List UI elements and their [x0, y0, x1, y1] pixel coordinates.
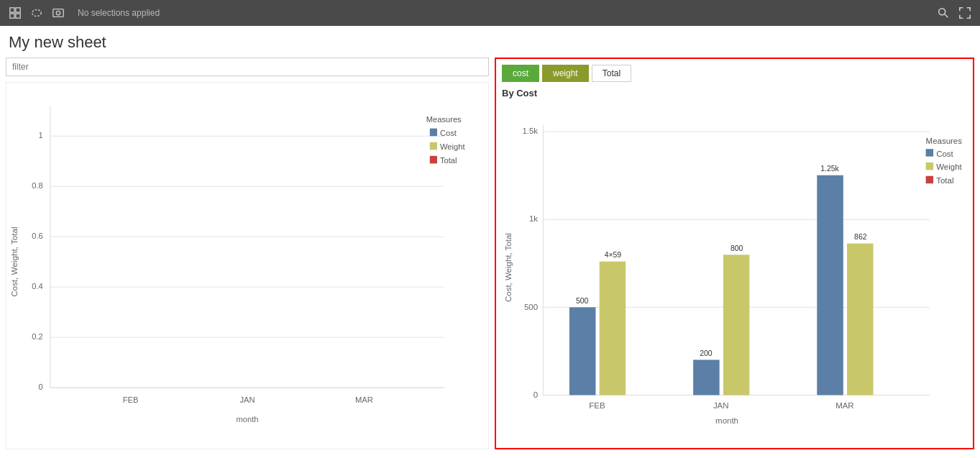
svg-rect-2 — [10, 14, 14, 18]
svg-text:JAN: JAN — [713, 401, 729, 410]
svg-text:Total: Total — [936, 176, 953, 185]
svg-text:1.25k: 1.25k — [820, 165, 839, 173]
lasso-icon[interactable] — [29, 5, 45, 21]
svg-text:Weight: Weight — [936, 162, 962, 171]
svg-text:500: 500 — [524, 303, 538, 311]
svg-text:Cost: Cost — [440, 129, 457, 137]
svg-text:Cost, Weight, Total: Cost, Weight, Total — [10, 227, 19, 297]
svg-text:month: month — [236, 415, 258, 423]
svg-text:4×59: 4×59 — [605, 252, 622, 260]
right-panel: cost weight Total By Cost 0 500 1k 1.5k — [495, 58, 974, 449]
svg-text:MAR: MAR — [355, 395, 373, 404]
toolbar-right — [935, 5, 973, 21]
svg-text:FEB: FEB — [589, 401, 605, 410]
svg-text:800: 800 — [731, 244, 743, 252]
jan-weight-bar[interactable] — [723, 255, 750, 395]
svg-text:1k: 1k — [529, 214, 538, 223]
svg-text:1: 1 — [39, 131, 43, 139]
svg-point-4 — [32, 10, 42, 17]
svg-point-6 — [56, 11, 60, 14]
svg-text:MAR: MAR — [835, 401, 854, 410]
mar-weight-bar[interactable] — [847, 244, 874, 395]
svg-rect-32 — [430, 156, 437, 164]
svg-text:Weight: Weight — [440, 142, 465, 151]
right-chart-container: 0 500 1k 1.5k Cost, Weight, Total 500 4×… — [502, 101, 967, 449]
svg-text:FEB: FEB — [123, 395, 139, 404]
feb-cost-bar[interactable] — [569, 307, 596, 395]
svg-text:Cost: Cost — [936, 150, 953, 158]
jan-cost-bar[interactable] — [693, 359, 720, 395]
svg-rect-61 — [926, 176, 933, 183]
svg-text:Cost, Weight, Total: Cost, Weight, Total — [504, 233, 513, 302]
svg-rect-57 — [926, 149, 933, 156]
svg-point-7 — [939, 9, 945, 15]
svg-text:862: 862 — [854, 233, 867, 241]
mar-cost-bar[interactable] — [817, 175, 843, 395]
svg-text:0.2: 0.2 — [32, 332, 43, 341]
search-icon[interactable] — [935, 5, 951, 21]
svg-line-8 — [945, 14, 948, 18]
svg-text:Total: Total — [440, 156, 457, 165]
svg-text:month: month — [715, 416, 738, 425]
svg-rect-59 — [926, 162, 933, 170]
svg-rect-3 — [16, 14, 20, 18]
select-all-icon[interactable] — [7, 5, 23, 21]
filter-buttons: cost weight Total — [502, 65, 967, 82]
feb-weight-bar[interactable] — [600, 262, 626, 395]
main-content: 0 0.2 0.4 0.6 0.8 1 FEB JAN MAR month Co… — [0, 58, 980, 455]
left-chart: 0 0.2 0.4 0.6 0.8 1 FEB JAN MAR month Co… — [6, 82, 489, 449]
expand-icon[interactable] — [957, 5, 973, 21]
svg-text:0.8: 0.8 — [32, 181, 43, 190]
svg-text:500: 500 — [576, 297, 589, 305]
weight-filter-button[interactable]: weight — [542, 65, 589, 82]
svg-rect-5 — [53, 9, 63, 17]
filter-input[interactable] — [6, 58, 489, 76]
toolbar: No selections applied — [0, 0, 980, 26]
right-chart-title: By Cost — [502, 88, 967, 99]
cost-filter-button[interactable]: cost — [502, 65, 539, 82]
svg-text:Measures: Measures — [426, 115, 462, 124]
svg-rect-30 — [430, 142, 437, 150]
screenshot-icon[interactable] — [50, 5, 66, 21]
page-title: My new sheet — [0, 26, 980, 58]
toolbar-status: No selections applied — [72, 8, 930, 18]
svg-text:0.4: 0.4 — [32, 282, 43, 290]
svg-rect-0 — [10, 8, 14, 12]
svg-text:JAN: JAN — [239, 395, 255, 404]
total-filter-button[interactable]: Total — [592, 65, 631, 82]
svg-text:0: 0 — [533, 390, 538, 399]
svg-text:Measures: Measures — [926, 137, 963, 145]
svg-text:0: 0 — [39, 383, 43, 391]
left-panel: 0 0.2 0.4 0.6 0.8 1 FEB JAN MAR month Co… — [6, 58, 495, 449]
svg-text:1.5k: 1.5k — [522, 127, 538, 135]
svg-rect-1 — [16, 8, 20, 12]
svg-rect-28 — [430, 129, 437, 137]
svg-text:0.6: 0.6 — [32, 232, 43, 240]
svg-text:200: 200 — [700, 349, 713, 357]
